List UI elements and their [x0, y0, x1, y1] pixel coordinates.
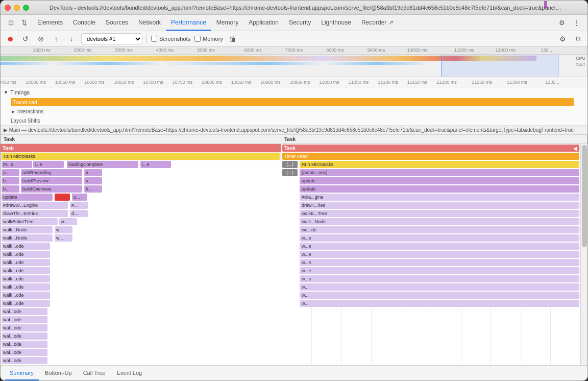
right-we8-bar[interactable]: w...	[300, 292, 579, 299]
tab-call-tree[interactable]: Call Tree	[78, 366, 111, 380]
right-dots2-bar[interactable]: (...)	[282, 169, 298, 176]
flame-cell-buildoverview[interactable]: buildOverview	[21, 185, 82, 193]
tab-security[interactable]: Security	[284, 15, 316, 31]
maximize-button[interactable]	[23, 5, 29, 11]
traceload-row[interactable]: TraceLoad	[1, 98, 587, 107]
more-icon[interactable]: ⋮	[570, 17, 582, 29]
minimize-button[interactable]	[14, 5, 20, 11]
flame-left[interactable]: Task Run Microtasks #r...s i...e	[1, 144, 281, 365]
profile-select[interactable]: devtools #1	[81, 33, 142, 44]
upload-button[interactable]: ↑	[51, 33, 62, 44]
right-we9-bar[interactable]: w...	[300, 300, 579, 307]
toolbar-settings-icon[interactable]: ⚙	[557, 33, 568, 44]
settings-icon[interactable]: ⚙	[556, 17, 568, 29]
flame-cell-walkode-7[interactable]: walk...ode	[2, 292, 50, 299]
flame-cell-walode-6[interactable]: wal...ode	[2, 349, 47, 356]
right-update2-bar[interactable]: update	[300, 185, 579, 193]
flame-cell-walkode-1[interactable]: walk...ode	[2, 243, 50, 250]
right-task-bar[interactable]: Task ◀	[282, 145, 579, 152]
inspect-icon[interactable]: ⊡	[5, 17, 17, 29]
right-drawgine-bar[interactable]: #dra...gine	[300, 194, 579, 201]
flame-cell-walode-4[interactable]: wal...ode	[2, 332, 47, 340]
flame-cell-buildpreview[interactable]: buildPreview	[21, 177, 82, 184]
flame-right[interactable]: Task ◀ Timer Fired (...) R	[281, 144, 580, 365]
right-we7-bar[interactable]: w...	[300, 283, 579, 291]
flame-cell-walkode-4[interactable]: walk...ode	[2, 267, 50, 274]
flame-cell-a2[interactable]: a...	[84, 169, 102, 176]
flame-cell-update1[interactable]: update	[2, 194, 53, 201]
flame-cell-d[interactable]: d...	[70, 210, 88, 217]
timeline-overview[interactable]: 1000 ms 2000 ms 3000 ms 4000 ms 5000 ms …	[1, 46, 587, 77]
right-wade-bar[interactable]: wa...de	[300, 226, 579, 233]
reload-button[interactable]: ↺	[20, 33, 31, 44]
flame-cell-walode-1[interactable]: wal...ode	[2, 308, 47, 315]
flame-cell-b2[interactable]: b...	[2, 185, 19, 193]
flame-cell-a3[interactable]: a...	[84, 177, 102, 184]
right-runmicro-bar[interactable]: Run Microtasks	[300, 161, 579, 168]
flame-cell-walknode1[interactable]: walk...Node	[2, 226, 53, 233]
record-button[interactable]: ⏺	[5, 33, 16, 44]
tab-lighthouse[interactable]: Lighthouse	[316, 15, 356, 31]
flame-cell-walkode-6[interactable]: walk...ode	[2, 283, 50, 291]
tab-recorder[interactable]: Recorder ↗	[356, 15, 399, 31]
flame-cell-ie[interactable]: i...e	[33, 161, 64, 168]
right-we5-bar[interactable]: w...e	[300, 267, 579, 274]
dock-icon[interactable]: ⊡	[572, 33, 583, 44]
flame-cell-r[interactable]: #r...s	[2, 161, 32, 168]
tab-bottom-up[interactable]: Bottom-Up	[40, 366, 77, 380]
tab-application[interactable]: Application	[243, 15, 284, 31]
flame-cell-b1[interactable]: b...	[2, 177, 19, 184]
tab-event-log[interactable]: Event Log	[112, 366, 148, 380]
flame-cell-w1[interactable]: w...	[59, 218, 77, 225]
run-microtasks-bar[interactable]: Run Microtasks	[2, 153, 280, 160]
memory-checkbox[interactable]	[194, 36, 201, 42]
tab-memory[interactable]: Memory	[211, 15, 243, 31]
flame-cell-walode-7[interactable]: wal...ode	[2, 357, 47, 364]
right-we2-bar[interactable]: w...e	[300, 243, 579, 250]
flame-cell-walkode-5[interactable]: walk...ode	[2, 275, 50, 282]
flame-cell-ie2[interactable]: i...e	[140, 161, 171, 168]
right-we6-bar[interactable]: w...e	[300, 275, 579, 282]
flame-cell-hash[interactable]: #...	[70, 202, 88, 209]
flame-cell-w2[interactable]: w...	[55, 226, 72, 233]
right-update1-bar[interactable]: update	[300, 177, 579, 184]
flame-cell-addrecording[interactable]: addRecording	[21, 169, 82, 176]
flame-cell-walkode-8[interactable]: walk...ode	[2, 300, 50, 307]
flame-cell-loadingcomplete[interactable]: loadingComplete	[67, 161, 138, 168]
interactions-row[interactable]: ► Interactions	[1, 107, 587, 116]
flame-cell-drawengine[interactable]: #drawW...Engine	[2, 202, 68, 209]
scrollbar-thumb[interactable]	[582, 145, 587, 247]
flame-cell-walkode-3[interactable]: walk...ode	[2, 259, 50, 266]
flame-cell-walode-2[interactable]: wal...ode	[2, 316, 47, 323]
device-icon[interactable]: ⇅	[18, 17, 30, 29]
right-timerfired-bar[interactable]: Timer Fired	[282, 153, 579, 160]
screenshots-checkbox[interactable]	[151, 36, 157, 42]
tab-network[interactable]: Network	[133, 15, 166, 31]
right-we1-bar[interactable]: w...e	[300, 234, 579, 242]
flame-cell-drawthr[interactable]: drawThr...Entries	[2, 210, 68, 217]
flame-cell-a1[interactable]: a...	[2, 169, 19, 176]
right-walknode-bar[interactable]: walk...Node	[300, 218, 579, 225]
flame-cell-walknode2[interactable]: walk...Node	[2, 234, 53, 242]
right-drawtries-bar[interactable]: drawT...ries	[300, 202, 579, 209]
timings-header[interactable]: ▼ Timings	[1, 87, 587, 98]
selection-region[interactable]	[441, 55, 558, 77]
scrollbar[interactable]	[580, 144, 587, 365]
flame-cell-walkode-2[interactable]: walk...ode	[2, 251, 50, 258]
right-we3-bar[interactable]: w...e	[300, 251, 579, 258]
right-dots-bar[interactable]: (...)	[282, 161, 298, 168]
tab-summary[interactable]: Summary	[5, 366, 39, 380]
flame-cell-walkentiretree[interactable]: walkEntireTree	[2, 218, 58, 225]
clear-button[interactable]: ⊘	[35, 33, 46, 44]
right-anon-bar[interactable]: (amon...ous)	[300, 169, 579, 176]
flame-cell-u[interactable]: u...	[72, 194, 87, 201]
download-button[interactable]: ↓	[66, 33, 77, 44]
layout-shifts-row[interactable]: Layout Shifts	[1, 116, 587, 125]
flame-cell-walode-5[interactable]: wal...ode	[2, 341, 47, 348]
tab-console[interactable]: Console	[68, 15, 101, 31]
flame-cell-w3[interactable]: w...	[55, 234, 72, 242]
flame-cell-b3[interactable]: b...	[84, 185, 102, 193]
right-walktree-bar[interactable]: walkE...Tree	[300, 210, 579, 217]
tab-elements[interactable]: Elements	[32, 15, 68, 31]
tab-performance[interactable]: Performance	[166, 15, 211, 31]
